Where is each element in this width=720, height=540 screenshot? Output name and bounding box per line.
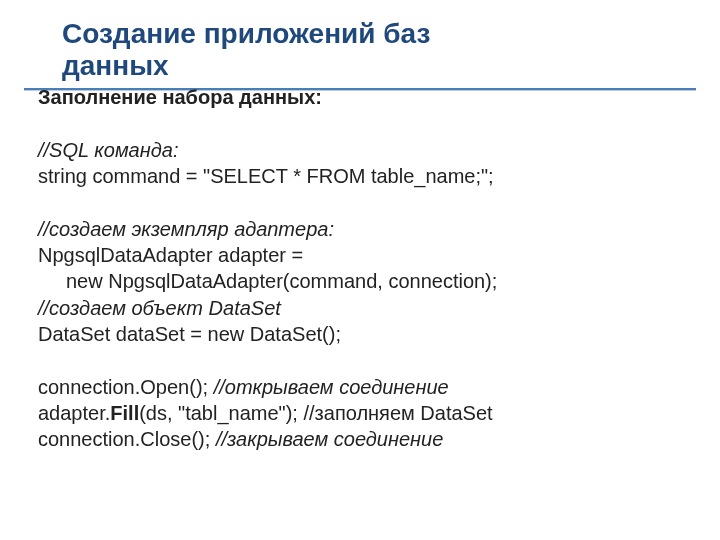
title-line-1: Создание приложений баз <box>62 18 720 50</box>
code-line-open: connection.Open(); //открываем соединени… <box>38 374 720 400</box>
inline-comment: //открываем соединение <box>214 376 449 398</box>
heading-line: Заполнение набора данных: <box>38 84 720 110</box>
inline-comment: //закрываем соединение <box>216 428 443 450</box>
comment-adapter: //создаем экземпляр адаптера: <box>38 216 720 242</box>
code-line-fill: adapter.Fill(ds, "tabl_name"); //заполня… <box>38 400 720 426</box>
code-line: NpgsqlDataAdapter adapter = <box>38 242 720 268</box>
code-fragment: (ds, "tabl_name"); <box>139 402 303 424</box>
code-line-indent: new NpgsqlDataAdapter(command, connectio… <box>38 268 720 294</box>
comment-dataset: //создаем объект DataSet <box>38 295 720 321</box>
slide-title: Создание приложений баз данных <box>0 0 720 84</box>
code-fragment: adapter. <box>38 402 110 424</box>
code-fragment-bold: Fill <box>110 402 139 424</box>
slide-content: Заполнение набора данных: //SQL команда:… <box>0 78 720 452</box>
code-line: DataSet dataSet = new DataSet(); <box>38 321 720 347</box>
blank-row <box>38 348 720 374</box>
code-fragment: connection.Open(); <box>38 376 214 398</box>
code-line-close: connection.Close(); //закрываем соединен… <box>38 426 720 452</box>
comment-sql: //SQL команда: <box>38 137 720 163</box>
blank-row <box>38 111 720 137</box>
inline-comment: //заполняем DataSet <box>303 402 492 424</box>
code-fragment: connection.Close(); <box>38 428 216 450</box>
code-line: string command = "SELECT * FROM table_na… <box>38 163 720 189</box>
blank-row <box>38 190 720 216</box>
